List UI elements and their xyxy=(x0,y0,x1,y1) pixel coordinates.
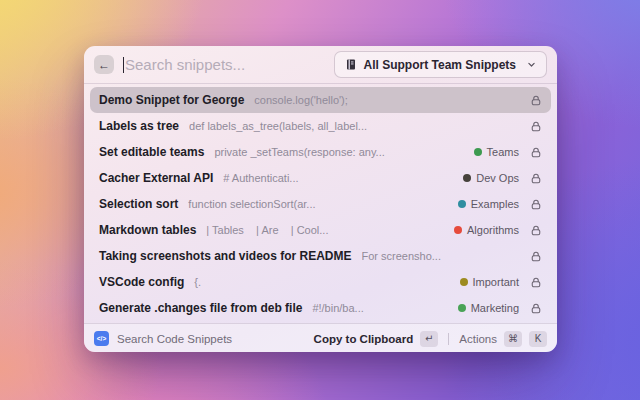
search-area xyxy=(123,56,325,73)
snippet-title: Markdown tables xyxy=(99,223,196,237)
lock-icon xyxy=(530,172,542,185)
footer-app-name: Search Code Snippets xyxy=(117,333,232,345)
snippet-row[interactable]: Selection sort function selectionSort(ar… xyxy=(90,191,551,217)
tag-label: Teams xyxy=(487,146,519,158)
tag-color-dot xyxy=(463,174,471,182)
tag-color-dot xyxy=(458,200,466,208)
footer-divider xyxy=(448,333,449,345)
actions-label: Actions xyxy=(459,333,497,345)
lock-icon xyxy=(530,224,542,237)
actions-menu-trigger[interactable]: Actions ⌘ K xyxy=(459,331,547,347)
tag-label: Marketing xyxy=(471,302,519,314)
snippet-title: Selection sort xyxy=(99,197,178,211)
snippet-title: Labels as tree xyxy=(99,119,179,133)
collection-book-icon xyxy=(345,58,357,71)
snippet-row[interactable]: Markdown tables | Tables | Are | Cool...… xyxy=(90,217,551,243)
lock-icon xyxy=(530,276,542,289)
tag-label: Important xyxy=(473,276,519,288)
lock-icon xyxy=(530,120,542,133)
snippet-code-preview: #!/bin/ba... xyxy=(312,302,447,314)
snippet-title: Generate .changes file from deb file xyxy=(99,301,302,315)
window-header: ← All Support Team Snippets xyxy=(84,46,557,84)
primary-action-label: Copy to Clipboard xyxy=(314,333,414,345)
snippet-tag: Teams xyxy=(474,146,519,158)
tag-label: Examples xyxy=(471,198,519,210)
window-footer: </> Search Code Snippets Copy to Clipboa… xyxy=(84,323,557,352)
snippet-code-preview: {. xyxy=(194,276,449,288)
snippet-tag: Marketing xyxy=(458,302,519,314)
lock-icon xyxy=(530,250,542,263)
snippet-title: Taking screenshots and videos for README xyxy=(99,249,352,263)
snippet-row[interactable]: Cacher External API # Authenticati... De… xyxy=(90,165,551,191)
snippet-row[interactable]: Taking screenshots and videos for README… xyxy=(90,243,551,269)
snippet-title: Set editable teams xyxy=(99,145,204,159)
snippet-collection-dropdown[interactable]: All Support Team Snippets xyxy=(334,51,547,78)
lock-icon xyxy=(530,302,542,315)
tag-color-dot xyxy=(458,304,466,312)
text-caret xyxy=(123,57,124,73)
snippet-row[interactable]: Set editable teams private _setTeams(res… xyxy=(90,139,551,165)
snippet-tag: Important xyxy=(460,276,519,288)
snippet-list: Demo Snippet for George console.log('hel… xyxy=(84,84,557,323)
snippet-code-preview: def labels_as_tree(labels, all_label... xyxy=(189,120,519,132)
snippet-title: Cacher External API xyxy=(99,171,213,185)
command-key-badge: ⌘ xyxy=(504,331,522,347)
lock-icon xyxy=(530,94,542,107)
snippet-row[interactable]: Demo Snippet for George console.log('hel… xyxy=(90,87,551,113)
snippet-row[interactable]: Labels as tree def labels_as_tree(labels… xyxy=(90,113,551,139)
tag-label: Dev Ops xyxy=(476,172,519,184)
tag-color-dot xyxy=(454,226,462,234)
snippet-code-preview: console.log('hello'); xyxy=(254,94,519,106)
chevron-down-icon xyxy=(527,60,536,69)
tag-label: Algorithms xyxy=(467,224,519,236)
lock-icon xyxy=(530,198,542,211)
k-key-badge: K xyxy=(529,331,547,347)
code-snippets-app-icon: </> xyxy=(94,331,109,346)
snippet-code-preview: # Authenticati... xyxy=(223,172,453,184)
snippet-search-window: ← All Support Team Snippets Demo Snippet… xyxy=(84,46,557,352)
enter-key-badge: ↵ xyxy=(420,331,438,347)
snippet-title: VSCode config xyxy=(99,275,184,289)
dropdown-label: All Support Team Snippets xyxy=(364,58,516,72)
snippet-title: Demo Snippet for George xyxy=(99,93,244,107)
snippet-code-preview: function selectionSort(ar... xyxy=(188,198,447,210)
tag-color-dot xyxy=(460,278,468,286)
tag-color-dot xyxy=(474,148,482,156)
snippet-code-preview: For screensho... xyxy=(362,250,520,262)
snippet-code-preview: | Tables | Are | Cool... xyxy=(206,224,444,236)
lock-icon xyxy=(530,146,542,159)
back-button[interactable]: ← xyxy=(94,55,114,74)
snippet-code-preview: private _setTeams(response: any... xyxy=(214,146,463,158)
search-input[interactable] xyxy=(125,56,325,73)
snippet-row[interactable]: VSCode config {. Important xyxy=(90,269,551,295)
snippet-row[interactable]: Generate .changes file from deb file #!/… xyxy=(90,295,551,321)
snippet-tag: Dev Ops xyxy=(463,172,519,184)
back-arrow-icon: ← xyxy=(98,59,110,71)
snippet-tag: Algorithms xyxy=(454,224,519,236)
snippet-tag: Examples xyxy=(458,198,519,210)
copy-to-clipboard-action[interactable]: Copy to Clipboard ↵ xyxy=(314,331,439,347)
